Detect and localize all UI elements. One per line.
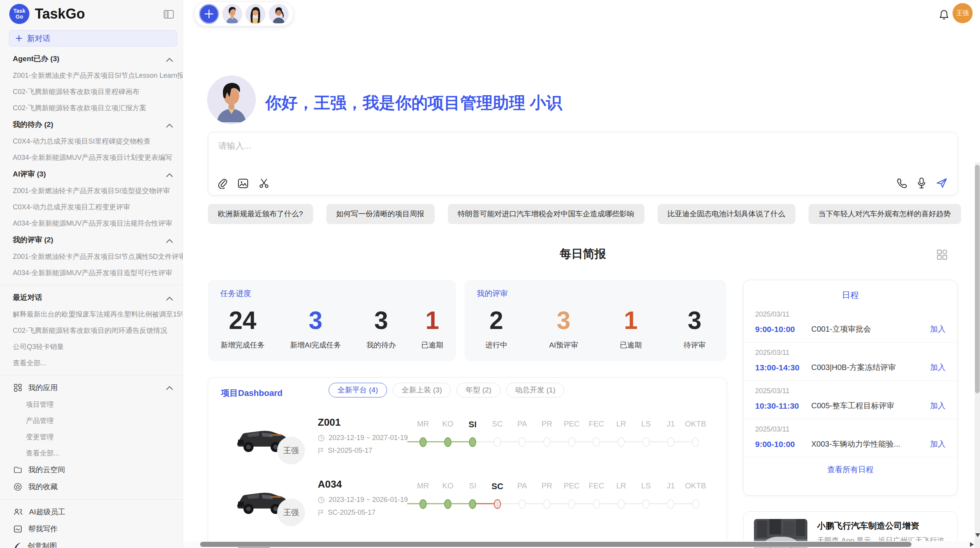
sidebar-task-item[interactable]: A034-全新新能源MUV产品开发项目造型可行性评审 — [0, 265, 183, 281]
milestone-track: MRKOSISCPAPRPECFECLRLSJ1OKTB — [398, 413, 711, 474]
milestone-dot[interactable] — [519, 499, 526, 509]
horizontal-scrollbar-thumb[interactable] — [200, 542, 911, 547]
join-meeting-link[interactable]: 加入 — [930, 362, 946, 373]
sidebar-task-item[interactable]: A034-全新新能源MUV产品开发项目法规符合性评审 — [0, 215, 183, 231]
sidebar-task-item[interactable]: C02-飞腾新能源轻客改款项目里程碑画布 — [0, 84, 183, 100]
sidebar-item-my-apps[interactable]: 我的应用 — [0, 379, 183, 396]
sidebar-task-item[interactable]: C0X4-动力总成开发项目工程变更评审 — [0, 199, 183, 215]
view-all-schedule-link[interactable]: 查看所有日程 — [744, 464, 957, 475]
image-upload-icon[interactable] — [238, 178, 248, 188]
sidebar-item-ai-super-staff[interactable]: AI超级员工 — [0, 503, 183, 521]
recent-conversation-item[interactable]: 公司Q3轻卡销量 — [0, 339, 183, 355]
vertical-scrollbar-thumb[interactable] — [975, 165, 980, 393]
suggestion-chip[interactable]: 如何写一份清晰的项目周报 — [326, 204, 435, 224]
chevron-up-icon[interactable] — [166, 384, 173, 392]
agent-avatar-1[interactable] — [222, 4, 242, 24]
scroll-down-arrow-icon[interactable] — [975, 533, 980, 537]
my-apps-sub-item[interactable]: 产品管理 — [0, 413, 183, 429]
dashboard-filter-tab[interactable]: 全新上装 (3) — [393, 383, 451, 397]
notification-bell-icon[interactable] — [939, 9, 949, 22]
milestone-dot[interactable] — [543, 499, 551, 509]
milestone-dot[interactable] — [618, 499, 625, 509]
sidebar-item-cloud-space[interactable]: 我的云空间 — [0, 461, 183, 478]
join-meeting-link[interactable]: 加入 — [930, 439, 946, 449]
scroll-right-arrow-icon[interactable] — [970, 542, 974, 547]
microphone-icon[interactable] — [917, 177, 926, 189]
my-apps-sub-item[interactable]: 变更管理 — [0, 429, 183, 445]
sidebar-task-item[interactable]: C0X4-动力总成开发项目SI里程碑提交物检查 — [0, 133, 183, 149]
milestone-dot[interactable] — [593, 499, 600, 509]
chevron-up-icon[interactable] — [166, 295, 173, 303]
add-agent-button[interactable] — [199, 4, 219, 24]
milestone-dot[interactable] — [618, 437, 625, 447]
milestone-dot[interactable] — [444, 437, 452, 447]
project-row-a034[interactable]: 王强 A034 2023-12-19 ~ 2026-01-19 SC-2025-… — [208, 474, 727, 536]
stat-column: 2进行中 — [485, 307, 507, 350]
dashboard-filter-tab[interactable]: 动总开发 (1) — [506, 383, 565, 397]
sidebar-item-creative-drawing[interactable]: 创意制图 — [0, 538, 183, 548]
dashboard-filter-tab[interactable]: 年型 (2) — [457, 383, 500, 397]
chevron-up-icon[interactable] — [166, 122, 173, 130]
sidebar-task-item[interactable]: Z001-全新燃油皮卡产品开发项目SI节点Lesson Learn报告 — [0, 67, 183, 84]
suggestion-chip[interactable]: 当下年轻人对汽车外观有怎样的喜好趋势 — [809, 204, 961, 224]
sidebar-item-favorites[interactable]: 我的收藏 — [0, 478, 183, 495]
milestone-dot[interactable] — [519, 437, 526, 447]
sidebar-section-header[interactable]: 我的待办 (2) — [0, 116, 183, 133]
milestone-dot[interactable] — [469, 437, 476, 447]
attachment-icon[interactable] — [218, 178, 228, 189]
recent-conversation-item[interactable]: C02-飞腾新能源轻客改款项目的闭环通告反馈情况 — [0, 322, 183, 339]
milestone-dot[interactable] — [642, 437, 650, 447]
suggestion-chip[interactable]: 比亚迪全固态电池计划具体说了什么 — [658, 204, 795, 224]
recent-conversation-item[interactable]: 解释最新出台的欧盟报废车法规再生塑料比例被调至15%... — [0, 306, 183, 322]
dashboard-filter-tab[interactable]: 全新平台 (4) — [329, 383, 387, 397]
send-icon[interactable] — [936, 178, 947, 188]
chevron-up-icon[interactable] — [166, 237, 173, 245]
sidebar-section-header[interactable]: AI评审 (3) — [0, 166, 183, 183]
milestone-dot[interactable] — [420, 499, 427, 509]
chevron-up-icon[interactable] — [166, 171, 173, 180]
user-avatar[interactable]: 王强 — [953, 3, 973, 23]
stat-value: 3 — [290, 307, 341, 334]
chat-composer[interactable]: 请输入... — [208, 132, 958, 195]
voice-call-icon[interactable] — [896, 178, 907, 188]
milestone-dot[interactable] — [593, 437, 600, 447]
milestone-dot[interactable] — [543, 437, 551, 447]
milestone-dot[interactable] — [642, 499, 650, 509]
vertical-scrollbar[interactable] — [975, 163, 980, 548]
milestone-dot[interactable] — [667, 499, 675, 509]
milestone-dot[interactable] — [692, 437, 699, 447]
milestone-dot[interactable] — [568, 499, 576, 509]
project-row-z001[interactable]: 王强 Z001 2023-12-19 ~ 2027-01-19 SI-2025-… — [208, 413, 727, 474]
agent-avatar-2[interactable] — [245, 4, 266, 24]
sidebar-task-item[interactable]: Z001-全新燃油轻卡产品开发项目SI节点属性5D文件评审 — [0, 248, 183, 265]
suggestion-chip[interactable]: 欧洲新规最近颁布了什么? — [208, 204, 313, 224]
new-chat-button[interactable]: 新对话 — [9, 30, 177, 46]
milestone-dot[interactable] — [568, 437, 576, 447]
sidebar-section-header[interactable]: 我的评审 (2) — [0, 231, 183, 248]
sidebar-task-item[interactable]: C02-飞腾新能源轻客改款项目立项汇报方案 — [0, 100, 183, 116]
milestone-dot[interactable] — [444, 499, 452, 509]
sidebar-collapse-icon[interactable] — [163, 9, 174, 21]
my-apps-sub-item[interactable]: 查看全部... — [0, 445, 183, 461]
scissors-icon[interactable] — [259, 178, 269, 189]
milestone-dot[interactable] — [469, 499, 476, 509]
milestone-dot[interactable] — [667, 437, 675, 447]
my-apps-sub-item[interactable]: 项目管理 — [0, 396, 183, 413]
milestone-dot[interactable] — [692, 499, 699, 509]
milestone-dot[interactable] — [494, 499, 501, 509]
join-meeting-link[interactable]: 加入 — [930, 401, 946, 411]
recent-conversations-header[interactable]: 最近对话 — [0, 289, 183, 306]
sidebar-item-help-me-write[interactable]: 帮我写作 — [0, 521, 183, 538]
sidebar-task-item[interactable]: Z001-全新燃油轻卡产品开发项目SI造型提交物评审 — [0, 183, 183, 199]
join-meeting-link[interactable]: 加入 — [930, 324, 946, 334]
chevron-up-icon[interactable] — [166, 56, 173, 64]
milestone-dot[interactable] — [420, 437, 427, 447]
milestone-dot[interactable] — [494, 437, 501, 447]
layout-grid-icon[interactable] — [936, 248, 948, 262]
sidebar-section-header[interactable]: Agent已办 (3) — [0, 50, 183, 67]
sidebar-task-item[interactable]: A034-全新新能源MUV产品开发项目计划变更表编写 — [0, 149, 183, 166]
agent-avatar-3[interactable] — [269, 4, 289, 24]
horizontal-scrollbar[interactable] — [183, 541, 980, 548]
recent-conversation-item[interactable]: 查看全部... — [0, 355, 183, 371]
suggestion-chip[interactable]: 特朗普可能对进口汽车增税会对中国车企造成哪些影响 — [448, 204, 644, 224]
